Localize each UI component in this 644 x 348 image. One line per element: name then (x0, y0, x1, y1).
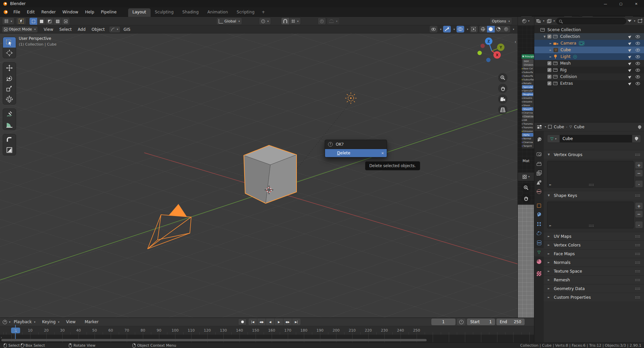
outliner-row[interactable]: ✓ Extras (534, 80, 644, 87)
properties-editor-dropdown[interactable]: ▾ (545, 125, 546, 128)
panel-grip[interactable] (635, 261, 640, 264)
socket-dot[interactable] (522, 142, 523, 143)
socket-dot[interactable] (522, 83, 523, 84)
socket-dot[interactable] (522, 112, 523, 114)
node-socket-row[interactable]: Subsurfa (522, 70, 534, 74)
select-mode-intersect[interactable] (62, 18, 69, 25)
selectable-icon[interactable] (628, 34, 632, 39)
list-resize-grip[interactable] (589, 224, 594, 227)
gizmo-dropdown[interactable]: ▾ (453, 28, 455, 31)
popup-close-icon[interactable]: ✕ (381, 151, 384, 155)
collapsed-panel-header[interactable]: ► Normals (544, 258, 644, 267)
timeline-menu-item[interactable]: Playback▾ (10, 320, 39, 324)
xray-toggle[interactable] (470, 26, 478, 32)
move-view-button[interactable] (498, 84, 507, 93)
node-socket-row[interactable]: Anisotro (522, 96, 534, 100)
row-label[interactable]: Light (560, 54, 571, 59)
outliner-view-layer-dropdown[interactable]: ▾ (553, 19, 555, 22)
hide-icon[interactable] (636, 62, 640, 65)
socket-dot[interactable] (523, 116, 523, 117)
options-dropdown[interactable]: Options▾ (490, 17, 512, 25)
node-socket-row[interactable]: Base Col (522, 67, 534, 70)
socket-dot[interactable] (522, 79, 523, 80)
node-socket-row[interactable]: Transmis (522, 122, 534, 126)
filter-funnel-icon[interactable] (628, 20, 632, 22)
current-frame-field[interactable]: 1 (431, 319, 455, 325)
tool-add-corner[interactable] (3, 134, 16, 145)
transport-button[interactable]: ◆▶ (283, 319, 292, 325)
expander-icon[interactable]: ► (548, 42, 553, 45)
row-label[interactable]: Cube (560, 48, 571, 52)
socket-dot[interactable] (523, 64, 523, 66)
node-socket-row[interactable]: Tangent (522, 144, 534, 148)
tool-annotate[interactable] (3, 109, 16, 119)
minimize-button[interactable]: — (598, 0, 613, 7)
transport-button[interactable]: ▶| (292, 319, 301, 325)
tool-measure[interactable] (3, 119, 16, 130)
list-expand-icon[interactable]: ► (549, 183, 551, 186)
collection-checkbox[interactable]: ✓ (547, 34, 551, 39)
shading-solid-button[interactable] (487, 26, 495, 32)
delete-menu-item[interactable]: Delete ✕ (325, 149, 387, 157)
overlays-dropdown[interactable]: ▾ (467, 28, 468, 31)
tool-scale[interactable] (3, 83, 16, 94)
hide-icon[interactable] (636, 55, 640, 58)
menu-item[interactable]: Render (38, 8, 59, 16)
breadcrumb-object[interactable]: Cube (554, 125, 564, 129)
transport-button[interactable]: ▶ (275, 319, 283, 325)
expander-icon[interactable]: ▼ (542, 35, 547, 38)
node-socket-row[interactable]: Roughne (522, 92, 533, 96)
tab-constraints[interactable] (534, 238, 544, 247)
row-label[interactable]: Collision (560, 74, 577, 79)
timeline-track-area[interactable] (0, 335, 534, 343)
select-mode-extend[interactable] (38, 18, 45, 25)
overlays-toggle[interactable] (457, 26, 464, 32)
outliner-row[interactable]: ► Camera (534, 40, 644, 47)
expander-icon[interactable]: ► (548, 55, 553, 58)
transform-orientation-dropdown[interactable]: Global▾ (216, 17, 242, 25)
outliner-filter-view-layer-icon[interactable] (547, 19, 551, 23)
panel-shape-keys-header[interactable]: ▼ Shape Keys (544, 191, 644, 200)
selectable-icon[interactable] (628, 61, 632, 65)
outliner-row[interactable]: Scene Collection (534, 26, 644, 33)
workspace-tab[interactable]: Animation (203, 8, 232, 17)
vertex-group-specials-button[interactable]: ⌄ (635, 180, 643, 188)
viewport-menu-item[interactable]: View (41, 27, 56, 32)
socket-dot[interactable] (522, 109, 523, 110)
menu-item[interactable]: Pipeline (98, 8, 120, 16)
collapsed-panel-header[interactable]: ► Face Maps (544, 249, 644, 258)
node-header[interactable]: ▼ Principle (522, 54, 534, 59)
node-socket-row[interactable]: Alpha (522, 133, 533, 137)
filter-dropdown[interactable]: ▾ (634, 19, 635, 22)
outliner-row[interactable]: ► Light (534, 53, 644, 60)
tab-world[interactable] (534, 187, 544, 196)
zoom-button[interactable] (498, 73, 507, 82)
timeline-menu-item[interactable]: View (63, 320, 81, 324)
node-socket-row[interactable]: SheenTi (522, 107, 533, 111)
row-label[interactable]: Extras (560, 81, 573, 86)
maximize-button[interactable]: ▢ (613, 0, 629, 7)
socket-dot[interactable] (522, 123, 523, 125)
selectable-icon[interactable] (628, 41, 632, 45)
socket-dot[interactable] (523, 61, 523, 62)
select-mode-new[interactable] (30, 18, 37, 25)
end-frame-field[interactable]: End250 (496, 319, 525, 325)
sidebar-collapse-arrow[interactable]: ‹ (515, 40, 516, 44)
panel-grip[interactable] (635, 253, 640, 255)
selectable-icon[interactable] (628, 68, 632, 72)
timeline-menu-item[interactable]: Keying▾ (39, 320, 63, 324)
collapsed-panel-header[interactable]: ► Custom Properties (544, 293, 644, 301)
node-socket-row[interactable]: Anisotro (522, 100, 534, 103)
timeline-ruler[interactable]: 1020304050607080901001101201301401501601… (0, 326, 534, 335)
shape-keys-list[interactable]: ► (547, 202, 634, 228)
panel-grip[interactable] (635, 235, 640, 237)
shader-editor-strip[interactable]: ▼ Principle GGX Christens Base Col Subsu… (518, 25, 534, 318)
socket-dot[interactable] (522, 72, 523, 73)
datablock-name-field[interactable]: Cube (560, 135, 632, 143)
socket-dot[interactable] (522, 127, 523, 128)
shading-rendered-button[interactable] (502, 26, 510, 32)
transport-button[interactable]: ◀◆ (257, 319, 266, 325)
shading-material-button[interactable] (495, 26, 502, 32)
outliner-row[interactable]: ✓ Collision (534, 73, 644, 80)
breadcrumb-data[interactable]: Cube (574, 125, 584, 129)
